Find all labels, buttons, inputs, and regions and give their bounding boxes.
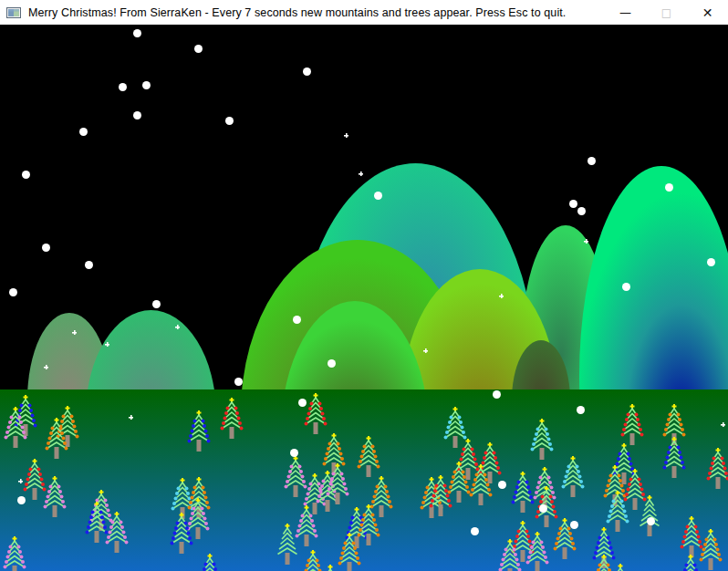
small-star (129, 415, 133, 420)
snowflake (471, 527, 479, 535)
snowflake (570, 521, 578, 529)
snowflake (493, 390, 501, 399)
snowflake (539, 504, 547, 513)
small-star (105, 342, 109, 347)
window-image-icon[interactable] (6, 5, 21, 20)
snowflake (9, 288, 17, 296)
snowflake (707, 258, 715, 266)
small-star (44, 365, 48, 369)
small-star (18, 479, 23, 483)
small-star (72, 330, 77, 335)
snowflake (665, 183, 673, 192)
snowflake (79, 128, 88, 136)
minimize-button[interactable]: — (605, 0, 646, 25)
snowflake (577, 207, 586, 215)
snowflake (622, 283, 630, 291)
snowflake (647, 517, 655, 525)
snowflake (142, 81, 151, 89)
small-star (423, 348, 428, 353)
snowflake (152, 300, 161, 308)
titlebar[interactable]: Merry Christmas! From SierraKen - Every … (0, 0, 728, 25)
snowflake (85, 261, 93, 269)
small-star (584, 239, 588, 244)
snow-layer (0, 25, 728, 571)
small-star (499, 294, 504, 298)
snowflake (234, 378, 243, 386)
small-star (359, 171, 363, 176)
window-title: Merry Christmas! From SierraKen - Every … (28, 6, 605, 19)
snowflake (293, 316, 301, 324)
snowflake (290, 449, 298, 457)
snowflake (119, 83, 127, 91)
snowflake (498, 481, 506, 489)
small-star (175, 325, 180, 329)
snowflake (328, 359, 336, 368)
snowflake (374, 192, 382, 200)
snowflake (133, 111, 141, 119)
snowflake (17, 496, 26, 504)
snowflake (42, 244, 50, 252)
snowflake (22, 171, 30, 179)
snowflake (194, 45, 203, 53)
small-star (721, 422, 725, 427)
snowflake (298, 399, 307, 407)
snowflake (303, 67, 311, 76)
game-scene (0, 25, 728, 571)
snowflake (133, 29, 141, 37)
maximize-button[interactable]: □ (646, 0, 687, 25)
small-star (344, 133, 348, 138)
snowflake (588, 157, 596, 165)
snowflake (577, 406, 585, 414)
snowflake (225, 117, 234, 125)
snowflake (569, 200, 577, 208)
close-button[interactable]: ✕ (687, 0, 728, 25)
